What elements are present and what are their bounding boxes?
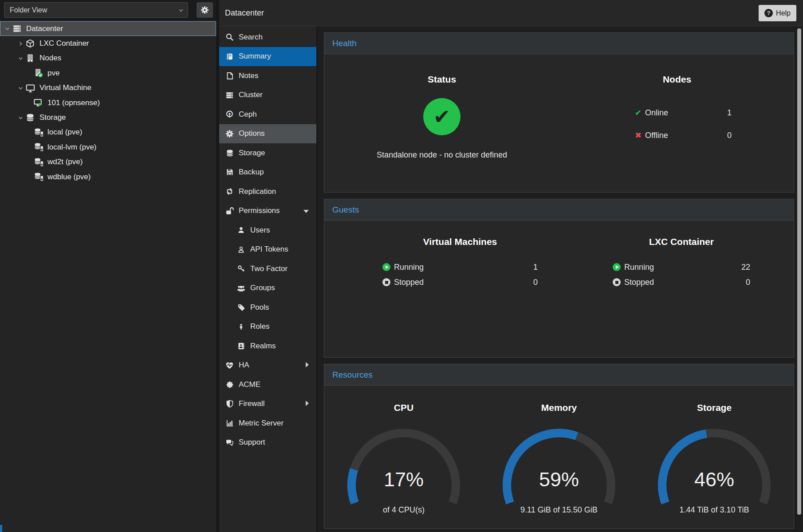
node-online-icon	[34, 68, 45, 78]
nav-item-cluster[interactable]: Cluster	[219, 86, 316, 105]
memory-percent: 59%	[481, 468, 637, 491]
person-icon	[236, 323, 246, 331]
database-icon	[225, 149, 234, 157]
nav-item-notes[interactable]: Notes	[219, 66, 316, 86]
tree-item-storage-local[interactable]: local (pve)	[0, 125, 216, 140]
cpu-gauge-column: CPU 17% of 4 CPU(s)	[326, 386, 481, 529]
lxc-running-row: Running 22	[613, 260, 750, 274]
chevron-collapsed-icon[interactable]	[18, 41, 26, 47]
guests-panel-header: Guests	[324, 199, 794, 221]
tree-item-datacenter[interactable]: Datacenter	[0, 21, 216, 36]
health-panel: Health Status ✔ Standalone node - no clu…	[324, 32, 794, 193]
stopped-icon	[613, 278, 621, 286]
resources-columns: CPU 17% of 4 CPU(s) Memory	[326, 386, 794, 529]
nav-item-label: API Tokens	[250, 245, 288, 254]
tree-settings-button[interactable]	[197, 2, 213, 18]
running-icon	[613, 263, 621, 271]
help-button[interactable]: ? Help	[759, 5, 796, 21]
chevron-expanded-icon[interactable]	[4, 26, 12, 32]
nav-item-label: Storage	[239, 149, 265, 158]
search-icon	[225, 33, 234, 41]
nav-item-groups[interactable]: Groups	[219, 279, 316, 298]
chevron-right-icon	[306, 401, 309, 406]
nav-item-label: Firewall	[239, 399, 265, 408]
tree-item-label: wdblue (pve)	[47, 173, 91, 181]
nav-item-label: ACME	[239, 380, 260, 389]
status-message: Standalone node - no cluster defined	[324, 150, 559, 160]
view-mode-select[interactable]: Folder View	[4, 2, 188, 18]
lxc-heading: LXC Container	[613, 236, 750, 247]
tree-item-label: Nodes	[39, 54, 61, 63]
nav-item-label: Metric Server	[239, 419, 283, 428]
status-heading: Status	[324, 74, 559, 85]
nav-item-ha[interactable]: HA	[219, 356, 316, 375]
nav-item-label: Pools	[250, 303, 269, 312]
nav-item-two-factor[interactable]: Two Factor	[219, 259, 316, 279]
user-icon	[236, 226, 246, 234]
nodes-heading: Nodes	[559, 74, 795, 85]
nav-item-metric-server[interactable]: Metric Server	[219, 414, 316, 433]
chevron-expanded-icon[interactable]	[18, 55, 26, 61]
nav-item-summary[interactable]: Summary	[219, 47, 316, 67]
content-topbar: Datacenter ? Help	[219, 0, 803, 26]
datacenter-icon	[12, 24, 24, 33]
health-panel-header: Health	[324, 33, 794, 54]
tree-item-storage-wd2t[interactable]: wd2t (pve)	[0, 155, 216, 169]
heartbeat-icon	[225, 361, 234, 370]
tree-item-storage[interactable]: Storage	[0, 110, 216, 125]
memory-heading: Memory	[481, 402, 637, 413]
nodes-online-label: Online	[645, 108, 668, 118]
database-icon	[26, 113, 37, 122]
users-icon	[236, 284, 246, 292]
vm-running-row: Running 1	[382, 260, 538, 274]
unlock-icon	[225, 207, 234, 215]
nav-item-api-tokens[interactable]: API Tokens	[219, 240, 316, 260]
tree-item-virtual-machine[interactable]: Virtual Machine	[0, 81, 216, 95]
chevron-expanded-icon[interactable]	[18, 85, 26, 91]
tree-item-storage-local-lvm[interactable]: local-lvm (pve)	[0, 140, 216, 154]
nav-item-ceph[interactable]: Ceph	[219, 105, 316, 124]
tree-item-pve[interactable]: pve	[0, 66, 216, 80]
lxc-running-label: Running	[624, 263, 654, 272]
cpu-heading: CPU	[326, 402, 481, 413]
memory-gauge-column: Memory 59% 9.11 GiB of 15.50 GiB	[481, 386, 637, 529]
vertical-scrollbar[interactable]	[797, 28, 801, 515]
nav-item-acme[interactable]: ACME	[219, 375, 316, 394]
storage-gauge-column: Storage 46% 1.44 TiB of 3.10 TiB	[637, 386, 792, 529]
vm-stopped-value: 0	[533, 278, 538, 287]
bar-chart-icon	[225, 419, 234, 427]
nav-item-replication[interactable]: Replication	[219, 182, 316, 201]
server-icon	[225, 91, 234, 99]
nav-item-label: Backup	[239, 168, 264, 177]
nav-item-firewall[interactable]: Firewall	[219, 394, 316, 414]
tree-item-label: LXC Container	[39, 39, 89, 48]
lxc-running-value: 22	[741, 263, 750, 272]
address-book-icon	[236, 342, 246, 350]
tree-item-storage-wdblue[interactable]: wdblue (pve)	[0, 169, 216, 184]
nav-item-backup[interactable]: Backup	[219, 163, 316, 182]
chevron-expanded-icon[interactable]	[18, 115, 26, 121]
nodes-offline-row: ✖ Offline 0	[635, 129, 732, 142]
resource-tree: Datacenter LXC Container Nodes	[0, 21, 216, 184]
nav-item-label: Ceph	[239, 110, 257, 119]
nav-item-support[interactable]: Support	[219, 433, 316, 453]
nav-item-roles[interactable]: Roles	[219, 317, 316, 337]
nav-item-search[interactable]: Search	[219, 28, 316, 47]
building-icon	[26, 54, 37, 63]
nav-item-permissions[interactable]: Permissions	[219, 201, 316, 221]
vm-stopped-row: Stopped 0	[382, 276, 538, 289]
tree-item-vm-101[interactable]: 101 (opnsense)	[0, 95, 216, 110]
chevron-right-icon	[306, 362, 309, 367]
nav-item-label: Search	[239, 33, 263, 42]
nav-item-realms[interactable]: Realms	[219, 336, 316, 356]
comments-icon	[225, 438, 234, 447]
tree-item-nodes[interactable]: Nodes	[0, 51, 216, 66]
nav-item-storage[interactable]: Storage	[219, 143, 316, 163]
nav-item-label: Notes	[239, 71, 258, 80]
tree-item-lxc-container[interactable]: LXC Container	[0, 36, 216, 51]
nav-item-label: Two Factor	[250, 264, 287, 273]
nav-item-label: Summary	[239, 52, 271, 61]
nav-item-users[interactable]: Users	[219, 221, 316, 240]
nav-item-pools[interactable]: Pools	[219, 298, 316, 317]
nav-item-options[interactable]: Options	[219, 124, 316, 144]
